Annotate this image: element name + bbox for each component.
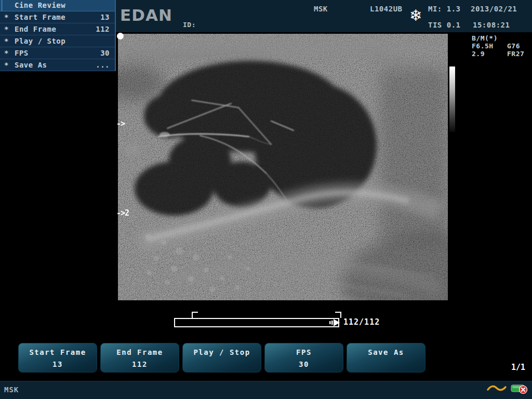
mode-label: B/M(*) — [472, 34, 498, 42]
annotation-arrow-1: -> — [116, 119, 125, 128]
probe-model-label: L1042UB — [370, 5, 403, 13]
menu-item-label: FPS — [15, 47, 29, 59]
exam-type-label: MSK — [314, 5, 328, 13]
softkey-value: 13 — [19, 360, 97, 368]
grayscale-reference-bar — [449, 66, 455, 132]
softkey-label: End Frame — [101, 348, 179, 356]
menu-item-value: 30 — [100, 47, 110, 59]
softkey-value: 30 — [265, 360, 343, 368]
cine-progress-bar[interactable] — [174, 318, 339, 327]
patient-id-label: ID: — [183, 21, 196, 29]
softkey-label: Start Frame — [19, 348, 97, 356]
gain-label: G76 — [507, 42, 520, 50]
menu-item-fps[interactable]: * FPS 30 — [0, 47, 115, 59]
menu-item-label: End Frame — [15, 23, 56, 35]
frame-counter: 112/112 — [343, 317, 380, 327]
end-frame-button[interactable]: End Frame 112 — [100, 343, 179, 373]
fps-button[interactable]: FPS 30 — [264, 343, 343, 373]
softkey-label: FPS — [265, 348, 343, 356]
softkey-value: 112 — [101, 360, 179, 368]
menu-item-label: Start Frame — [15, 11, 65, 23]
bullet-icon: * — [4, 59, 9, 71]
edan-logo: EDAN — [120, 6, 172, 24]
image-parameters: B/M(*) F6.5H G76 2.9 FR27 — [472, 34, 498, 58]
menu-item-label: Save As — [15, 59, 47, 71]
softkey-label: Save As — [347, 348, 425, 356]
save-as-button[interactable]: Save As — [347, 343, 425, 373]
softkey-page-indicator: 1/1 — [511, 363, 525, 372]
menu-title: Cine Review — [0, 0, 115, 11]
start-frame-button[interactable]: Start Frame 13 — [18, 343, 97, 373]
current-frame-marker-icon — [329, 318, 341, 329]
start-frame-bracket — [192, 312, 198, 318]
freeze-snowflake-icon: ❄ — [409, 6, 422, 24]
ac-power-wave-icon — [486, 384, 507, 395]
bullet-icon: * — [4, 47, 9, 59]
battery-error-icon — [511, 383, 528, 396]
end-frame-bracket — [335, 312, 341, 318]
menu-item-value: 13 — [100, 11, 110, 23]
probe-orientation-dot — [117, 33, 124, 39]
depth-label: 2.9 — [472, 50, 485, 58]
ultrasound-system-screen: EDAN ID: MSK L1042UB ❄ MI: 1.3 TIS 0.1 2… — [0, 0, 532, 399]
date-display: 2013/02/21 — [471, 5, 517, 13]
tis-value: TIS 0.1 — [428, 21, 461, 29]
menu-item-value: ... — [96, 59, 110, 71]
bullet-icon: * — [4, 11, 9, 23]
time-display: 15:08:21 — [473, 21, 510, 29]
ultrasound-image — [118, 34, 448, 300]
cine-review-menu: Cine Review * Start Frame 13 * End Frame… — [0, 0, 116, 71]
annotation-arrow-2: ->2 — [116, 208, 129, 218]
menu-item-value: 112 — [96, 23, 110, 35]
bullet-icon: * — [4, 23, 9, 35]
status-exam-type: MSK — [4, 385, 19, 394]
menu-item-play-stop[interactable]: * Play / Stop — [0, 35, 115, 47]
softkey-label: Play / Stop — [183, 348, 261, 356]
frequency-label: F6.5H — [472, 42, 494, 50]
play-stop-button[interactable]: Play / Stop — [182, 343, 261, 373]
menu-item-start-frame[interactable]: * Start Frame 13 — [0, 11, 115, 23]
mi-value: MI: 1.3 — [428, 5, 461, 13]
bullet-icon: * — [4, 35, 9, 47]
menu-item-label: Play / Stop — [15, 35, 65, 47]
menu-item-end-frame[interactable]: * End Frame 112 — [0, 23, 115, 35]
menu-item-save-as[interactable]: * Save As ... — [0, 59, 115, 71]
ultrasound-image-render — [118, 34, 448, 300]
frame-rate-label: FR27 — [507, 50, 524, 58]
status-bar: MSK — [0, 381, 532, 399]
